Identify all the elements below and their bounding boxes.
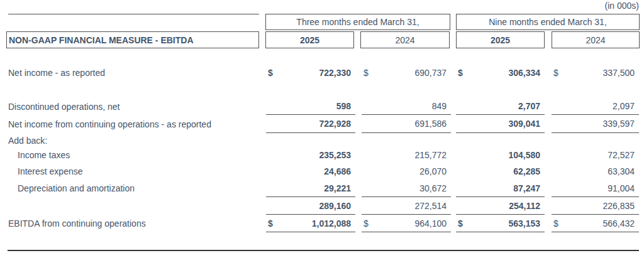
cell-value: 91,004 — [608, 183, 635, 193]
currency-symbol: $ — [268, 218, 273, 228]
cell-value: 690,737 — [414, 68, 447, 78]
units-note: (in 000s) — [605, 1, 639, 11]
cell-3m-2025: $ 722,330 — [266, 64, 355, 81]
bottom-rule — [8, 250, 639, 251]
cell-value: 235,253 — [319, 150, 351, 160]
cell-9m-2024: $ 337,500 — [552, 64, 639, 81]
table-row-net-income: Net income - as reported $ 722,330 $ 690… — [0, 64, 644, 81]
cell-value: 849 — [432, 101, 447, 111]
row-label: Net income - as reported — [8, 64, 105, 81]
cell-value: 339,597 — [602, 119, 635, 129]
cell-value: 30,672 — [419, 183, 447, 193]
column-group-nine-months: Nine months ended March 31, — [456, 14, 640, 30]
cell-9m-2024: 339,597 — [552, 115, 639, 133]
cell-3m-2024: 691,586 — [362, 115, 451, 133]
cell-3m-2024: 272,514 — [362, 197, 451, 215]
cell-value: 337,500 — [602, 68, 635, 78]
row-label: Interest expense — [18, 163, 83, 180]
cell-3m-2025: 289,160 — [266, 197, 355, 215]
cell-9m-2024: $ 566,432 — [552, 215, 639, 232]
cell-3m-2025: 29,221 — [266, 180, 355, 197]
cell-value: 722,928 — [319, 119, 351, 129]
row-label: Income taxes — [18, 147, 70, 163]
cell-value: 226,835 — [602, 201, 635, 211]
row-label: EBITDA from continuing operations — [8, 215, 146, 232]
currency-symbol: $ — [553, 218, 558, 228]
currency-symbol: $ — [458, 218, 463, 228]
row-label: Net income from continuing operations - … — [8, 115, 211, 133]
table-row-add-back-subtotal: 289,160 272,514 254,112 226,835 — [0, 197, 644, 215]
cell-9m-2024: 2,097 — [552, 98, 639, 115]
cell-3m-2024: 26,070 — [362, 163, 451, 180]
table-row-interest-expense: Interest expense 24,686 26,070 62,285 63… — [0, 163, 644, 180]
cell-9m-2025: $ 563,153 — [456, 215, 545, 232]
cell-value: 566,432 — [602, 218, 635, 228]
row-label: Discontinued operations, net — [8, 98, 119, 115]
cell-value: 691,586 — [414, 119, 447, 129]
table-row-net-income-continuing: Net income from continuing operations - … — [0, 115, 644, 133]
cell-value: 563,153 — [508, 218, 540, 228]
cell-9m-2025: 104,580 — [456, 147, 545, 163]
column-header-9m-2024: 2024 — [552, 31, 640, 48]
cell-3m-2024: 215,772 — [362, 147, 451, 163]
cell-value: 24,686 — [324, 166, 351, 176]
cell-value: 215,772 — [414, 150, 447, 160]
cell-value: 598 — [336, 101, 351, 111]
cell-3m-2024: 849 — [362, 98, 451, 115]
row-label: Add back: — [8, 133, 47, 148]
cell-9m-2024: 63,304 — [552, 163, 639, 180]
cell-3m-2024: $ 964,100 — [362, 215, 451, 232]
cell-9m-2025: $ 306,334 — [456, 64, 545, 81]
column-header-3m-2025: 2025 — [265, 31, 354, 48]
cell-3m-2025: 722,928 — [266, 115, 355, 133]
cell-value: 272,514 — [414, 201, 447, 211]
cell-9m-2025: 2,707 — [456, 98, 545, 115]
cell-3m-2024: 30,672 — [362, 180, 451, 197]
cell-3m-2025: 24,686 — [266, 163, 355, 180]
currency-symbol: $ — [364, 68, 369, 78]
cell-value: 289,160 — [319, 201, 351, 211]
cell-3m-2024: $ 690,737 — [362, 64, 451, 81]
cell-9m-2025: 254,112 — [456, 197, 545, 215]
table-row-income-taxes: Income taxes 235,253 215,772 104,580 72,… — [0, 147, 644, 163]
table-title: NON-GAAP FINANCIAL MEASURE - EBITDA — [6, 31, 259, 48]
currency-symbol: $ — [458, 68, 463, 78]
table-row-ebitda: EBITDA from continuing operations $ 1,01… — [0, 215, 644, 232]
cell-value: 104,580 — [508, 150, 540, 160]
cell-value: 2,097 — [613, 101, 635, 111]
cell-value: 2,707 — [518, 101, 540, 111]
currency-symbol: $ — [553, 68, 558, 78]
cell-value: 254,112 — [509, 201, 540, 211]
cell-9m-2024: 91,004 — [552, 180, 639, 197]
cell-value: 722,330 — [319, 68, 351, 78]
table-row-depreciation-amortization: Depreciation and amortization 29,221 30,… — [0, 180, 644, 197]
cell-value: 26,070 — [419, 166, 447, 176]
cell-value: 309,041 — [508, 119, 540, 129]
table-row-discontinued-ops: Discontinued operations, net 598 849 2,7… — [0, 98, 644, 115]
cell-9m-2025: 309,041 — [456, 115, 545, 133]
column-header-9m-2025: 2025 — [456, 31, 545, 48]
cell-9m-2025: 87,247 — [456, 180, 545, 197]
cell-9m-2025: 62,285 — [456, 163, 545, 180]
cell-3m-2025: 235,253 — [266, 147, 355, 163]
cell-value: 964,100 — [414, 218, 447, 228]
row-label: Depreciation and amortization — [18, 180, 135, 197]
cell-9m-2024: 72,527 — [552, 147, 639, 163]
cell-9m-2024: 226,835 — [552, 197, 639, 215]
cell-value: 63,304 — [608, 166, 635, 176]
ebitda-reconciliation-table: (in 000s) NON-GAAP FINANCIAL MEASURE - E… — [0, 0, 644, 258]
cell-3m-2025: 598 — [266, 98, 355, 115]
column-group-three-months: Three months ended March 31, — [265, 14, 450, 30]
table-row-add-back: Add back: — [0, 133, 644, 148]
column-header-3m-2024: 2024 — [360, 31, 450, 48]
cell-value: 72,527 — [608, 150, 635, 160]
currency-symbol: $ — [364, 218, 369, 228]
cell-value: 87,247 — [513, 183, 540, 193]
cell-value: 1,012,088 — [312, 218, 351, 228]
header-top-divider — [8, 14, 259, 14]
cell-value: 29,221 — [324, 183, 351, 193]
cell-3m-2025: $ 1,012,088 — [266, 215, 355, 232]
cell-value: 62,285 — [513, 166, 540, 176]
currency-symbol: $ — [268, 68, 273, 78]
cell-value: 306,334 — [508, 68, 540, 78]
